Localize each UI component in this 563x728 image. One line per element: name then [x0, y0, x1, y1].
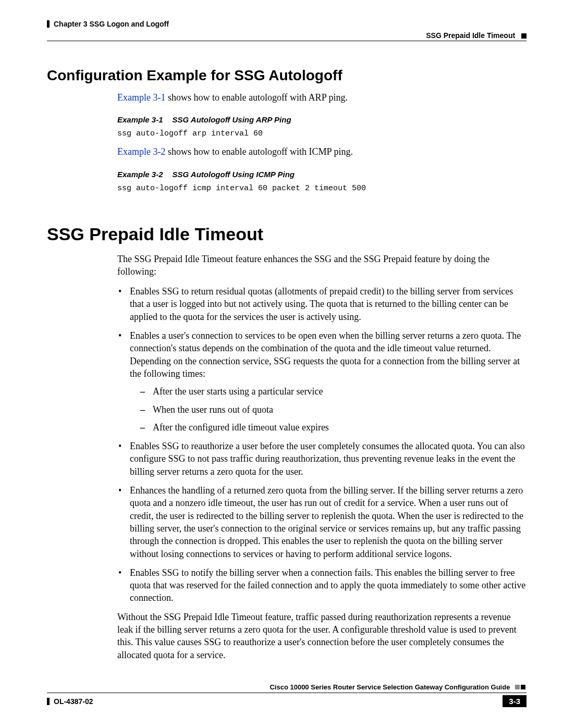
footer-square-black-icon: [521, 685, 525, 689]
header-chapter-text: Chapter 3 SSG Logon and Logoff: [54, 20, 169, 28]
example-3-1-caption: SSG Autologoff Using ARP Ping: [173, 115, 291, 124]
footer-guide-title: Cisco 10000 Series Router Service Select…: [47, 683, 527, 691]
bullet-zero-quota-open: Enables a user's connection to services …: [117, 329, 527, 434]
bullet-residual-quotas: Enables SSG to return residual quotas (a…: [117, 285, 527, 323]
bullet-reauthorize: Enables SSG to reauthorize a user before…: [117, 440, 527, 478]
dash-out-of-quota: When the user runs out of quota: [140, 403, 527, 416]
example-3-2-link[interactable]: Example 3-2: [117, 146, 165, 157]
autologoff-intro-1: Example 3-1 shows how to enable autologo…: [117, 91, 527, 104]
bullet-connection-fails: Enables SSG to notify the billing server…: [117, 566, 527, 604]
footer-docid: OL-4387-02: [47, 697, 93, 706]
dash-idle-timeout-expires: After the configured idle timeout value …: [140, 421, 527, 434]
prepaid-intro: The SSG Prepaid Idle Timeout feature enh…: [117, 253, 527, 278]
example-3-2-caption: SSG Autologoff Using ICMP Ping: [173, 170, 295, 179]
header-bar-icon: [47, 20, 50, 28]
prepaid-bullet-list: Enables SSG to return residual quotas (a…: [117, 285, 527, 604]
example-3-1-title: Example 3-1SSG Autologoff Using ARP Ping: [117, 115, 527, 124]
example-3-2-number: Example 3-2: [117, 170, 163, 179]
bullet-zero-quota-text: Enables a user's connection to services …: [130, 330, 521, 379]
footer-docid-text: OL-4387-02: [54, 697, 93, 706]
section-heading-autologoff: Configuration Example for SSG Autologoff: [47, 67, 527, 84]
footer-rule: [47, 693, 527, 693]
autologoff-intro-2: Example 3-2 shows how to enable autologo…: [117, 145, 527, 158]
example-3-2-title: Example 3-2SSG Autologoff Using ICMP Pin…: [117, 170, 527, 179]
footer-bar-icon: [47, 698, 50, 705]
page-number-badge: 3-3: [503, 695, 527, 707]
example-3-1-link[interactable]: Example 3-1: [117, 92, 165, 103]
dash-after-start: After the user starts using a particular…: [140, 385, 527, 398]
header-section: SSG Prepaid Idle Timeout: [47, 31, 527, 40]
autologoff-intro-1-text: shows how to enable autologoff with ARP …: [165, 92, 348, 103]
footer-guide-text: Cisco 10000 Series Router Service Select…: [270, 683, 510, 691]
prepaid-closing: Without the SSG Prepaid Idle Timeout fea…: [117, 611, 527, 661]
header-square-icon: [521, 33, 527, 39]
footer-square-grey-icon: [515, 685, 520, 689]
quota-times-list: After the user starts using a particular…: [140, 385, 527, 434]
header-rule: [47, 41, 527, 41]
header-section-text: SSG Prepaid Idle Timeout: [426, 31, 515, 40]
section-heading-prepaid: SSG Prepaid Idle Timeout: [47, 224, 527, 244]
autologoff-intro-2-text: shows how to enable autologoff with ICMP…: [165, 146, 352, 157]
example-3-1-code: ssg auto-logoff arp interval 60: [117, 129, 527, 138]
header-chapter: Chapter 3 SSG Logon and Logoff: [47, 20, 169, 28]
bullet-zero-quota-handling: Enhances the handling of a returned zero…: [117, 484, 527, 560]
example-3-1-number: Example 3-1: [117, 115, 163, 124]
example-3-2-code: ssg auto-logoff icmp interval 60 packet …: [117, 184, 527, 193]
